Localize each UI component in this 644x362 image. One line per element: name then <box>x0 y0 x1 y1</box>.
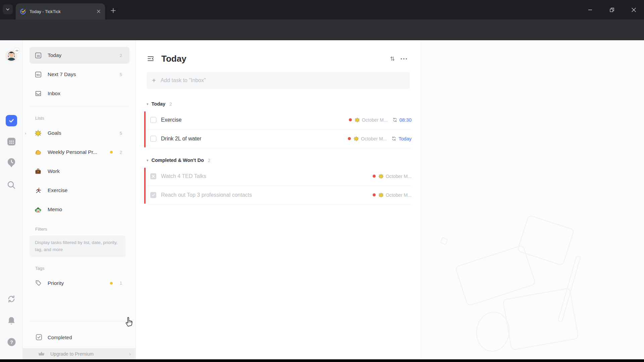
task-section-header[interactable]: ▾Today2 <box>147 99 412 109</box>
list-count: 5 <box>119 72 122 77</box>
tab-search-button[interactable] <box>3 4 13 14</box>
rail-tasks-button[interactable] <box>0 115 23 126</box>
list-color-dot <box>348 137 351 140</box>
rail-search-button[interactable] <box>0 180 23 190</box>
browser-tab-active[interactable]: Today - TickTick <box>16 3 105 19</box>
task-checkbox-done[interactable] <box>150 192 156 198</box>
task-list-name: October M... <box>386 174 412 179</box>
filters-section-header: Filters <box>23 227 136 232</box>
sidebar-list-exercise[interactable]: Exercise <box>30 182 129 199</box>
sidebar-list-weekly-personal-pr[interactable]: Weekly Personal Pr...2 <box>30 144 129 161</box>
completed-checkbox-icon <box>36 334 42 341</box>
task-title: Reach out Top 3 professional contacts <box>161 192 373 198</box>
tags-section-header: Tags <box>23 266 136 271</box>
watermark-doodle <box>440 237 448 245</box>
more-options-button[interactable] <box>398 54 410 64</box>
rail-pomodoro-button[interactable] <box>0 158 23 168</box>
task-checkbox[interactable] <box>150 136 156 142</box>
completed-label: Completed <box>48 335 72 340</box>
task-meta: October M... <box>373 192 412 198</box>
calendar-today-icon: 15 <box>35 52 43 59</box>
rail-notifications-button[interactable] <box>0 316 23 325</box>
chevron-down-icon <box>5 7 10 12</box>
tab-title: Today - TickTick <box>30 9 96 14</box>
chevron-down-icon[interactable]: ▾ <box>147 102 149 106</box>
sync-icon <box>7 294 16 304</box>
restore-icon <box>610 8 614 12</box>
task-list-name: October M... <box>362 117 388 123</box>
list-label: Next 7 Days <box>48 71 119 77</box>
browser-window: Today - TickTick <box>0 0 644 362</box>
task-row[interactable]: ExerciseOctober M...08:30 <box>147 111 412 129</box>
tab-close-button[interactable] <box>96 8 102 14</box>
task-row[interactable]: Reach out Top 3 professional contactsOct… <box>147 186 412 204</box>
rail-help-button[interactable]: ? <box>0 338 23 347</box>
expand-chevron-icon[interactable]: › <box>25 131 26 136</box>
collapse-sidebar-button[interactable] <box>145 54 156 64</box>
task-due[interactable]: 08:30 <box>399 117 412 123</box>
add-task-input[interactable] <box>160 77 405 84</box>
sort-button[interactable] <box>387 54 398 64</box>
lists-section-header: Lists <box>23 116 136 121</box>
browser-toolbar: ticktick.com/webapp/#q/today/tasks Incog… <box>0 19 644 40</box>
upgrade-premium-button[interactable]: Upgrade to Premium › <box>23 348 136 359</box>
question-icon: ? <box>7 338 16 347</box>
minimize-button[interactable] <box>582 2 598 18</box>
repeat-icon <box>391 136 396 141</box>
ellipsis-icon <box>400 58 407 60</box>
sidebar-item-next-7-days[interactable]: WeNext 7 Days5 <box>30 66 129 83</box>
star-burst-icon <box>355 117 360 123</box>
add-task-bar[interactable]: + <box>147 72 410 89</box>
svg-text:?: ? <box>10 340 13 345</box>
list-label: Goals <box>48 130 119 136</box>
task-title: Drink 2L of water <box>161 136 348 142</box>
rail-calendar-button[interactable] <box>0 136 23 146</box>
task-checkbox[interactable] <box>150 117 156 123</box>
task-row[interactable]: Watch 4 TED TalksOctober M... <box>147 167 412 186</box>
list-count: 1 <box>119 281 122 286</box>
ticktick-app: ? 15Today2WeNext 7 Days5Inbox Lists ›Goa… <box>0 40 644 359</box>
task-title: Watch 4 TED Talks <box>161 173 373 179</box>
tag-icon <box>35 280 43 287</box>
sidebar-tag-priority[interactable]: Priority1 <box>30 275 129 292</box>
list-label: Today <box>48 52 119 58</box>
plus-icon <box>111 8 116 13</box>
collapse-sidebar-icon <box>147 55 154 62</box>
list-label: Memo <box>48 206 119 213</box>
sidebar-list-memo[interactable]: Memo <box>30 201 129 218</box>
page-title: Today <box>161 54 387 64</box>
sidebar-item-today[interactable]: 15Today2 <box>30 47 129 64</box>
app-rail: ? <box>0 40 23 359</box>
task-checkbox-wontdo[interactable] <box>150 173 156 179</box>
close-window-button[interactable] <box>626 2 641 18</box>
task-due[interactable]: Today <box>398 136 412 141</box>
list-label: Inbox <box>48 90 119 97</box>
color-dot <box>110 151 113 154</box>
new-tab-button[interactable] <box>108 5 118 15</box>
inbox-icon <box>35 90 43 97</box>
task-section-header[interactable]: ▾Completed & Won't Do2 <box>147 156 412 165</box>
list-label: Exercise <box>48 187 119 193</box>
restore-button[interactable] <box>604 2 620 18</box>
color-dot <box>110 282 113 285</box>
rail-sync-button[interactable] <box>0 294 23 304</box>
crown-icon <box>39 352 44 356</box>
task-list-name: October M... <box>386 192 412 198</box>
pomodoro-clock-icon <box>6 158 16 168</box>
sidebar: 15Today2WeNext 7 Days5Inbox Lists ›Goals… <box>23 40 136 359</box>
section-title: Today <box>152 101 166 107</box>
svg-text:We: We <box>36 73 40 76</box>
task-row[interactable]: Drink 2L of waterOctober M...Today <box>147 129 412 148</box>
sidebar-item-completed[interactable]: Completed <box>23 329 136 346</box>
sidebar-list-goals[interactable]: ›Goals5 <box>30 125 129 141</box>
account-avatar[interactable] <box>0 50 23 62</box>
task-meta: October M...Today <box>348 136 412 141</box>
task-detail-panel <box>421 40 644 359</box>
task-rows: Watch 4 TED TalksOctober M...Reach out T… <box>147 167 412 204</box>
sidebar-item-inbox[interactable]: Inbox <box>30 85 129 102</box>
filters-hint[interactable]: Display tasks filtered by list, date, pr… <box>30 236 125 257</box>
sidebar-list-work[interactable]: Work <box>30 163 129 180</box>
premium-badge-icon <box>14 48 20 54</box>
chevron-down-icon[interactable]: ▾ <box>147 158 149 163</box>
divider <box>30 107 129 107</box>
